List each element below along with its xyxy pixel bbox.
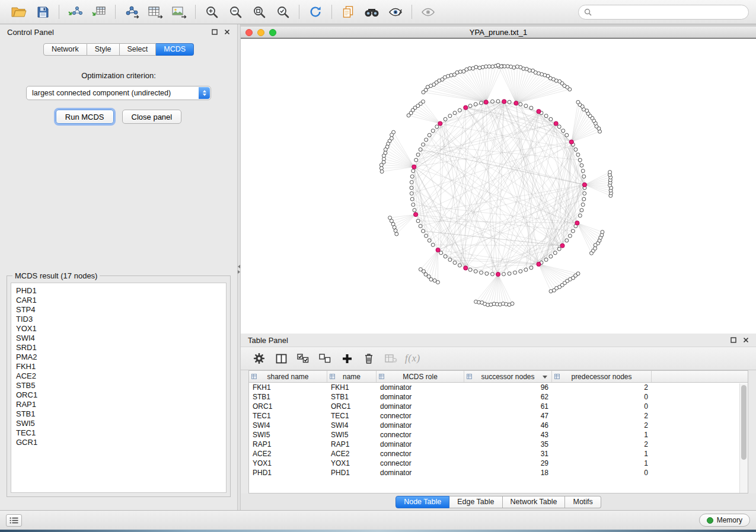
search-box[interactable] xyxy=(578,5,749,20)
table-row-SWI5[interactable]: SWI5SWI5connector431 xyxy=(249,430,748,440)
column-header-successor-nodes[interactable]: successor nodes xyxy=(464,371,552,382)
mcds-result-item[interactable]: SWI5 xyxy=(16,419,221,428)
zoom-selected-button[interactable] xyxy=(271,2,295,22)
float-table-panel-icon[interactable] xyxy=(731,337,736,343)
export-image-icon xyxy=(171,5,187,18)
panel-splitter[interactable] xyxy=(237,24,241,510)
find-button[interactable] xyxy=(360,2,384,22)
search-input[interactable] xyxy=(595,8,743,16)
tab-select[interactable]: Select xyxy=(120,43,157,56)
show-hide-button[interactable] xyxy=(416,2,440,22)
table-row-TEC1[interactable]: TEC1TEC1connector472 xyxy=(249,411,748,421)
minimize-window-icon[interactable] xyxy=(257,29,264,36)
tab-network-table[interactable]: Network Table xyxy=(503,496,566,508)
maximize-window-icon[interactable] xyxy=(269,29,276,36)
tab-node-table[interactable]: Node Table xyxy=(395,496,449,508)
column-header-shared-name[interactable]: shared name xyxy=(249,371,327,382)
mcds-result-item[interactable]: CAR1 xyxy=(16,296,221,305)
delete-table-button[interactable] xyxy=(381,350,401,367)
cell-predecessor-nodes: 2 xyxy=(552,440,652,448)
table-row-STB1[interactable]: STB1STB1dominator620 xyxy=(249,392,748,402)
new-table-button[interactable] xyxy=(143,2,167,22)
close-table-panel-icon[interactable] xyxy=(743,337,749,343)
import-table-button[interactable] xyxy=(87,2,111,22)
mcds-result-item[interactable]: SWI4 xyxy=(16,334,221,343)
table-row-FKH1[interactable]: FKH1FKH1dominator962 xyxy=(249,383,748,392)
mcds-result-item[interactable]: TID3 xyxy=(16,315,221,324)
function-builder-button[interactable]: f(x) xyxy=(403,350,423,367)
copy-view-button[interactable] xyxy=(336,2,360,22)
zoom-fit-button[interactable] xyxy=(247,2,271,22)
tab-edge-table[interactable]: Edge Table xyxy=(449,496,502,508)
run-mcds-button[interactable]: Run MCDS xyxy=(56,110,114,124)
cytoscape-app: Control Panel NetworkStyleSelectMCDS Opt… xyxy=(0,0,756,532)
table-row-YOX1[interactable]: YOX1YOX1connector291 xyxy=(249,459,748,468)
column-type-icon xyxy=(554,374,560,379)
mcds-result-item[interactable]: YOX1 xyxy=(16,324,221,334)
cell-shared-name: ACE2 xyxy=(249,450,327,458)
column-visibility-button[interactable] xyxy=(271,350,291,367)
mcds-result-item[interactable]: STP4 xyxy=(16,305,221,315)
close-panel-button[interactable]: Close panel xyxy=(122,110,182,124)
network-canvas[interactable] xyxy=(241,39,756,334)
mcds-result-item[interactable]: STB5 xyxy=(16,381,221,390)
mcds-result-item[interactable]: GCR1 xyxy=(16,438,221,447)
table-row-ACE2[interactable]: ACE2ACE2connector311 xyxy=(249,449,748,459)
memory-button[interactable]: Memory xyxy=(699,514,750,527)
mcds-result-item[interactable]: TEC1 xyxy=(16,428,221,438)
scrollbar-thumb[interactable] xyxy=(741,385,747,460)
task-history-button[interactable] xyxy=(6,514,22,527)
desktop-wallpaper-strip xyxy=(0,530,756,532)
create-column-button[interactable] xyxy=(337,350,357,367)
cell-shared-name: STB1 xyxy=(249,393,327,401)
annotation-toggle-button[interactable] xyxy=(384,2,407,22)
tab-motifs[interactable]: Motifs xyxy=(565,496,601,508)
delete-column-button[interactable] xyxy=(359,350,379,367)
tab-network[interactable]: Network xyxy=(43,43,87,56)
splitter-handle-icon[interactable] xyxy=(237,265,241,274)
tab-mcds[interactable]: MCDS xyxy=(156,43,194,56)
mcds-result-item[interactable]: ACE2 xyxy=(16,371,221,381)
mcds-result-item[interactable]: PMA2 xyxy=(16,352,221,362)
cell-successor-nodes: 62 xyxy=(464,393,552,401)
cell-successor-nodes: 31 xyxy=(464,450,552,458)
new-network-button[interactable] xyxy=(120,2,143,22)
zoom-in-button[interactable] xyxy=(200,2,224,22)
open-session-button[interactable] xyxy=(7,2,31,22)
cell-mcds-role: connector xyxy=(377,412,464,420)
save-session-button[interactable] xyxy=(31,2,55,22)
table-row-SWI4[interactable]: SWI4SWI4dominator462 xyxy=(249,421,748,430)
close-panel-icon[interactable] xyxy=(224,29,230,35)
mcds-result-item[interactable]: PHD1 xyxy=(16,286,221,296)
tab-style[interactable]: Style xyxy=(87,43,120,56)
column-header-mcds-role[interactable]: MCDS role xyxy=(377,371,464,382)
float-panel-icon[interactable] xyxy=(212,29,218,35)
mcds-result-item[interactable]: FKH1 xyxy=(16,362,221,371)
mcds-result-item[interactable]: STB1 xyxy=(16,409,221,419)
mcds-result-item[interactable]: ORC1 xyxy=(16,390,221,400)
table-row-RAP1[interactable]: RAP1RAP1dominator352 xyxy=(249,440,748,449)
mcds-result-list[interactable]: PHD1CAR1STP4TID3YOX1SWI4SRD1PMA2FKH1ACE2… xyxy=(11,283,227,493)
table-row-ORC1[interactable]: ORC1ORC1dominator610 xyxy=(249,402,748,411)
column-header-name[interactable]: name xyxy=(327,371,377,382)
table-settings-button[interactable] xyxy=(249,350,269,367)
zoom-out-button[interactable] xyxy=(224,2,247,22)
refresh-button[interactable] xyxy=(304,2,327,22)
trash-icon xyxy=(364,353,374,364)
network-window: YPA_prune.txt_1 xyxy=(241,24,756,334)
sort-descending-icon[interactable] xyxy=(543,376,547,379)
close-window-icon[interactable] xyxy=(245,29,253,36)
column-header-predecessor-nodes[interactable]: predecessor nodes xyxy=(552,371,652,382)
criterion-dropdown[interactable]: largest connected component (undirected) xyxy=(26,86,211,100)
table-row-PHD1[interactable]: PHD1PHD1dominator180 xyxy=(249,468,748,477)
export-image-button[interactable] xyxy=(167,2,191,22)
cell-shared-name: SWI5 xyxy=(249,431,327,439)
select-all-button[interactable] xyxy=(293,350,313,367)
import-network-button[interactable] xyxy=(63,2,87,22)
table-scrollbar[interactable] xyxy=(739,383,748,493)
mcds-result-item[interactable]: RAP1 xyxy=(16,400,221,409)
network-window-titlebar[interactable]: YPA_prune.txt_1 xyxy=(241,27,756,39)
criterion-value: largest connected component (undirected) xyxy=(32,89,171,97)
mcds-result-item[interactable]: SRD1 xyxy=(16,343,221,352)
deselect-all-button[interactable] xyxy=(315,350,335,367)
